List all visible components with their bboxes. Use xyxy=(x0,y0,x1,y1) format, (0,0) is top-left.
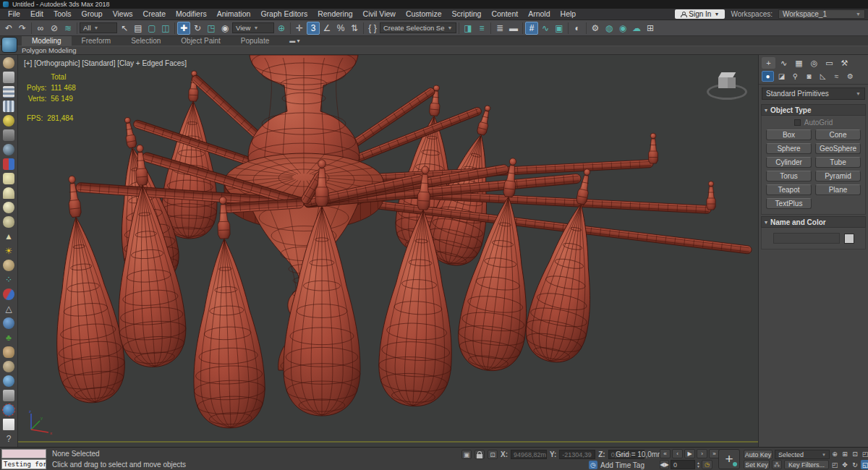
y-coordinate-field[interactable]: -21304,39 xyxy=(559,450,595,459)
helpers-icon[interactable]: ◺ xyxy=(817,71,829,82)
menu-views[interactable]: Views xyxy=(108,9,138,20)
create-tab-icon[interactable]: + xyxy=(762,57,775,69)
render-preview-icon[interactable] xyxy=(3,72,14,83)
menu-group[interactable]: Group xyxy=(77,9,108,20)
atoms-icon[interactable] xyxy=(3,289,14,300)
schematic-view-icon[interactable]: ▣ xyxy=(553,22,566,35)
spacewarps-icon[interactable]: ≈ xyxy=(830,71,843,82)
layer-grid-icon[interactable] xyxy=(3,101,14,112)
percent-snap-icon[interactable]: % xyxy=(334,22,347,35)
selection-lock-icon[interactable] xyxy=(475,450,485,459)
object-type-rollout-header[interactable]: ▾ Object Type xyxy=(761,104,866,116)
time-configuration-icon[interactable]: ◷ xyxy=(702,460,712,469)
layer-explorer-icon[interactable]: ▬ xyxy=(507,22,520,35)
cylinder-button[interactable]: Cylinder xyxy=(766,157,812,168)
autogrid-checkbox[interactable] xyxy=(794,119,801,126)
menu-tools[interactable]: Tools xyxy=(48,9,77,20)
particle-flow-icon[interactable]: ⁘ xyxy=(3,274,14,286)
named-selection-sets-icon[interactable]: { } xyxy=(366,22,379,35)
object-color-swatch[interactable] xyxy=(844,234,854,244)
redo-icon[interactable]: ↷ xyxy=(16,22,29,35)
track-bar[interactable] xyxy=(18,441,758,443)
render-last-icon[interactable]: ⊞ xyxy=(644,22,657,35)
utilities-tab-icon[interactable]: ⚒ xyxy=(838,57,851,69)
gizmo-apparatus-icon[interactable]: △ xyxy=(3,303,14,315)
ref-coord-dropdown[interactable]: View ▼ xyxy=(232,22,274,33)
selection-set-key-dropdown[interactable]: Selected ▼ xyxy=(775,450,830,459)
name-color-rollout-header[interactable]: ▾ Name and Color xyxy=(761,216,866,228)
systems-icon[interactable]: ⚙ xyxy=(844,71,856,82)
menu-customize[interactable]: Customize xyxy=(401,9,447,20)
ribbon-tab-populate[interactable]: Populate xyxy=(231,36,279,46)
selected-sphere-icon[interactable] xyxy=(3,404,14,416)
display-tab-icon[interactable]: ▭ xyxy=(822,57,836,69)
select-link-icon[interactable]: ∞ xyxy=(34,22,47,35)
add-time-tag[interactable]: ◷ Add Time Tag xyxy=(589,461,644,469)
box-button[interactable]: Box xyxy=(766,129,812,140)
pan-icon[interactable]: ✥ xyxy=(841,460,849,469)
isolate-selection-icon[interactable]: ▣ xyxy=(461,450,472,459)
x-coordinate-field[interactable]: 94968,82m xyxy=(511,450,547,459)
menu-edit[interactable]: Edit xyxy=(25,9,48,20)
cone-button[interactable]: Cone xyxy=(815,129,861,140)
ob-sphere-icon[interactable] xyxy=(3,361,14,372)
select-place-icon[interactable]: ◉ xyxy=(218,22,231,35)
render-production-icon[interactable]: ◉ xyxy=(616,22,629,35)
light-icon[interactable] xyxy=(3,115,14,127)
orbit-icon[interactable]: ↻ xyxy=(851,460,859,469)
dome-primitive-icon[interactable] xyxy=(3,187,14,199)
blobmesh-icon[interactable] xyxy=(3,317,14,329)
hierarchy-tab-icon[interactable]: ▦ xyxy=(792,57,806,69)
ribbon-teapot-icon[interactable] xyxy=(1,37,17,53)
menu-help[interactable]: Help xyxy=(556,9,582,20)
menu-arnold[interactable]: Arnold xyxy=(523,9,555,20)
scene-explorer-icon[interactable] xyxy=(3,86,14,98)
rect-selection-region-icon[interactable]: ▢ xyxy=(145,22,158,35)
menu-scripting[interactable]: Scripting xyxy=(447,9,487,20)
sphere-tan-icon[interactable] xyxy=(3,260,14,271)
hand-hf-icon[interactable] xyxy=(3,346,14,358)
scene-explorer-icon[interactable]: ≣ xyxy=(493,22,506,35)
polygon-modeling-panel[interactable]: Polygon Modeling xyxy=(22,46,77,54)
use-pivot-center-icon[interactable]: ⊕ xyxy=(275,22,288,35)
camera-icon[interactable] xyxy=(3,129,14,141)
shading-icon[interactable] xyxy=(3,144,14,155)
auto-key-button[interactable]: Auto Key xyxy=(744,450,773,459)
cameras-icon[interactable]: ◙ xyxy=(803,71,815,82)
viewcube-cube[interactable] xyxy=(718,72,736,90)
sphere-button[interactable]: Sphere xyxy=(766,143,812,154)
sphere-primitive-icon[interactable] xyxy=(3,202,14,213)
workspace-dropdown[interactable]: Workspace_1 ▼ xyxy=(778,9,865,19)
zoom-all-icon[interactable]: ⊞ xyxy=(841,449,849,458)
menu-create[interactable]: Create xyxy=(138,9,171,20)
pyramid-button[interactable]: Pyramid xyxy=(815,171,861,181)
material-editor-icon[interactable]: ◐ xyxy=(571,22,584,35)
viewport[interactable]: [+] [Orthographic] [Standard] [Clay + Ed… xyxy=(18,55,758,447)
cone-primitive-icon[interactable]: ▲ xyxy=(3,231,14,242)
geometry-category-dropdown[interactable]: Standard Primitives ▼ xyxy=(762,87,865,100)
set-keys-button[interactable]: + xyxy=(718,449,740,469)
curve-editor-icon[interactable]: ∿ xyxy=(539,22,552,35)
plane-button[interactable]: Plane xyxy=(815,184,861,195)
foliage-icon[interactable]: ♣ xyxy=(3,332,14,343)
mirror-icon[interactable]: ◨ xyxy=(461,22,475,35)
tube-button[interactable]: Tube xyxy=(815,157,861,168)
next-frame-button[interactable]: › xyxy=(697,449,707,458)
motion-tab-icon[interactable]: ◎ xyxy=(807,57,821,69)
geosphere-button[interactable]: GeoSphere xyxy=(815,143,861,154)
selection-filter-dropdown[interactable]: All ▼ xyxy=(80,22,117,33)
torus-button[interactable]: Torus xyxy=(766,171,812,181)
lights-icon[interactable]: ⚲ xyxy=(789,71,801,82)
key-mode-toggle[interactable]: ◀▶ xyxy=(660,460,669,469)
ribbon-toggle-icon[interactable]: # xyxy=(525,22,538,35)
ribbon-tab-object-paint[interactable]: Object Paint xyxy=(171,36,230,46)
viewport-label[interactable]: [+] [Orthographic] [Standard] [Clay + Ed… xyxy=(24,59,187,67)
undo-icon[interactable]: ↶ xyxy=(2,22,15,35)
shapes-icon[interactable]: ◪ xyxy=(775,71,788,82)
zoom-region-icon[interactable]: ◰ xyxy=(830,460,839,469)
select-by-name-icon[interactable]: ▤ xyxy=(132,22,145,35)
select-manipulate-icon[interactable]: ✛ xyxy=(293,22,306,35)
snap-toggle-icon[interactable]: 3 xyxy=(307,22,320,35)
zoom-extents-icon[interactable]: ⊡ xyxy=(851,449,859,458)
zoom-icon[interactable]: ⊕ xyxy=(830,449,839,458)
